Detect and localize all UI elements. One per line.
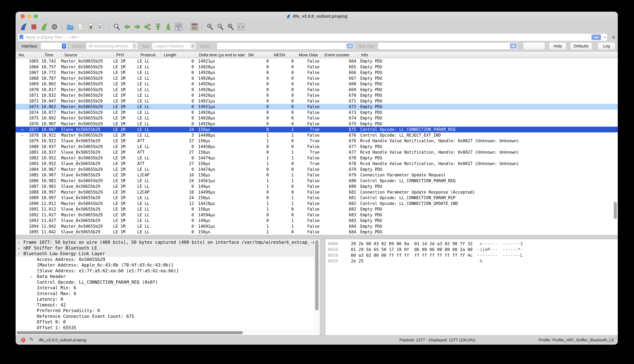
expander-collapsed-icon[interactable]: ▸ <box>18 245 20 251</box>
detail-vscrollbar[interactable] <box>314 239 320 335</box>
go-to-top-button[interactable] <box>154 22 162 31</box>
detail-hscrollbar-thumb[interactable] <box>16 331 243 334</box>
zoom-out-button[interactable] <box>216 22 225 31</box>
blank-button[interactable] <box>523 42 545 50</box>
interface-select[interactable]: ▲▼ <box>40 42 67 50</box>
expander-collapsed-icon[interactable]: ▸ <box>18 240 20 245</box>
tree-item[interactable]: ▸nRF Sniffer for Bluetooth LE <box>16 245 314 251</box>
apply-filter-button[interactable]: ➡ <box>592 34 601 40</box>
adv-hop-input[interactable]: ➡ <box>378 42 518 50</box>
restart-capture-button[interactable] <box>40 22 49 31</box>
pane-splitter-horizontal[interactable] <box>16 235 618 239</box>
tree-item[interactable]: Latency: 0 <box>16 296 314 302</box>
stop-capture-button[interactable] <box>29 22 38 31</box>
defaults-button[interactable]: Defaults <box>570 42 592 50</box>
pane-splitter-vertical[interactable] <box>320 239 326 335</box>
expander-collapsed-icon[interactable]: ▸ <box>30 274 32 280</box>
filter-dropdown-icon[interactable]: ▾ <box>604 35 606 39</box>
table-row[interactable]: 107310.862Master_0x50655b29LE 1MLE LL014… <box>16 104 618 110</box>
table-row[interactable]: 108510.967Slave_0x50655b29LE 1ML2CAP1615… <box>16 172 618 178</box>
close-window-button[interactable] <box>20 14 25 18</box>
column-header-delta-time-s-end-to-start-[interactable]: Delta time (µs end to start) <box>196 52 245 58</box>
table-row[interactable]: 109111.012Slave_0x50655b29LE 1MLE LL0150… <box>16 206 618 212</box>
start-capture-button[interactable] <box>19 22 28 31</box>
tree-item[interactable]: [Master Address: Apple_6c:43:0b (78:4f:4… <box>16 262 314 268</box>
table-row[interactable]: 107210.847Master_0x50655b29LE 1MLE LL014… <box>16 98 618 104</box>
key-select[interactable]: Legacy Passkey ▲▼ <box>152 42 196 50</box>
hex-row[interactable]: 00302e 25.% <box>328 258 618 264</box>
auto-scroll-toggle[interactable] <box>174 22 183 31</box>
table-row[interactable]: 107010.817Master_0x50655b29LE 1MLE LL014… <box>16 87 618 93</box>
minimize-window-button[interactable] <box>27 14 31 18</box>
go-back-button[interactable] <box>122 22 132 31</box>
value-apply-icon[interactable]: ➡ <box>346 43 353 49</box>
tree-item[interactable]: Interval Max: 6 <box>16 291 314 297</box>
column-header-sn[interactable]: SN <box>245 52 271 58</box>
log-button[interactable]: Log <box>598 42 615 50</box>
table-row[interactable]: 108710.982Slave_0x50655b29LE 1MLE LL0149… <box>16 184 618 189</box>
detail-vscrollbar-thumb[interactable] <box>315 240 318 310</box>
zoom-window-button[interactable] <box>34 14 38 18</box>
value-input[interactable]: ➡ <box>217 42 354 50</box>
expander-expanded-icon[interactable]: ▾ <box>18 251 20 257</box>
display-filter-input[interactable]: Apply a display filter ... <⌘/> ➡ ▾ <box>18 34 607 41</box>
table-row[interactable]: 107410.877Master_0x50655b29LE 1MLE LL014… <box>16 110 618 116</box>
tree-item[interactable]: Offset 0: 0 <box>16 319 314 325</box>
column-header-event-counter[interactable]: Event counter <box>321 52 358 58</box>
packet-list-header[interactable]: No.TimeSourcePHYProtocolLengthDelta time… <box>16 52 618 58</box>
zoom-reset-button[interactable] <box>226 22 235 31</box>
table-row[interactable]: 109211.027Master_0x50655b29LE 1MLE LL014… <box>16 212 618 218</box>
resize-columns-button[interactable] <box>236 22 246 31</box>
title-bar[interactable]: dfu_v2.6.0_subset.pcapng <box>16 12 618 21</box>
close-file-button[interactable] <box>86 22 95 31</box>
tree-item[interactable]: Control Opcode: LL_CONNECTION_PARAM_REQ … <box>16 280 314 285</box>
tree-item[interactable]: Preferred Periodicity: 0 <box>16 308 314 314</box>
help-button[interactable]: Help <box>549 42 566 50</box>
table-row[interactable]: 106810.787Master_0x50655b29LE 1MLE LL014… <box>16 76 618 81</box>
column-header-info[interactable]: Info <box>358 52 618 58</box>
table-row[interactable]: 108110.937Slave_0x50655b29LE 1MATT27150µ… <box>16 150 618 155</box>
filter-bookmark-icon[interactable] <box>20 35 23 40</box>
tree-item[interactable]: ▸Frame 1077: 50 bytes on wire (400 bits)… <box>16 240 314 245</box>
column-header-nesn[interactable]: NESN <box>271 52 296 58</box>
zoom-in-button[interactable] <box>206 22 215 31</box>
tree-item[interactable]: Access Address: 0x50655b29 <box>16 257 314 262</box>
go-to-packet-button[interactable] <box>143 22 152 31</box>
column-header-more-data[interactable]: More Data <box>296 52 321 58</box>
hex-row[interactable]: 000020 2b 00 03 02 09 06 0a 01 14 2d a3 … <box>328 241 618 246</box>
table-row[interactable]: 108810.997Master_0x50655b29LE 1ML2CAP101… <box>16 189 618 195</box>
tree-item[interactable]: Offset 1: 65535 <box>16 325 314 331</box>
table-row[interactable]: 107510.892Master_0x50655b29LE 1MLE LL014… <box>16 115 618 121</box>
capture-comment-icon[interactable]: ✎ <box>29 336 34 342</box>
column-header-phy[interactable]: PHY <box>113 52 137 58</box>
table-row[interactable]: 108210.952Master_0x50655b29LE 1MLE LL014… <box>16 155 618 161</box>
capture-options-button[interactable]: ⚙ <box>50 22 59 31</box>
column-header-length[interactable]: Length <box>161 52 196 58</box>
hex-row[interactable]: 001001 29 5b 65 50 17 18 0f 06 00 06 00 … <box>328 246 618 252</box>
status-profile[interactable]: Profile: Profile_nRF_Sniffer_Bluetooth_L… <box>539 338 614 342</box>
tree-item[interactable]: [Slave Address: e1:7f:a5:62:ea:b6 (e1:7f… <box>16 268 314 274</box>
add-filter-button[interactable]: + <box>612 34 616 40</box>
packet-list-scrollbar-thumb[interactable] <box>614 202 617 219</box>
table-row[interactable]: 108010.937Master_0x50655b29LE 1MLE LL014… <box>16 144 618 150</box>
table-row[interactable]: 108910.997Slave_0x50655b29LE 1MLE LL2415… <box>16 195 618 201</box>
table-row[interactable]: 107610.907Master_0x50655b29LE 1MLE LL014… <box>16 121 618 127</box>
table-row[interactable]: 109511.042Slave_0x50655b29LE 1MLE LL0150… <box>16 229 618 235</box>
adv-hop-apply-icon[interactable]: ➡ <box>510 43 517 49</box>
expert-info-icon[interactable] <box>21 338 26 342</box>
table-row[interactable]: 108610.982Master_0x50655b29LE 1MLE LL241… <box>16 178 618 184</box>
go-forward-button[interactable] <box>133 22 142 31</box>
tree-item[interactable]: ▾Bluetooth Low Energy Link Layer <box>16 251 314 257</box>
detail-hscrollbar[interactable] <box>16 330 320 335</box>
table-row[interactable]: 109411.042Master_0x50655b29LE 1MLE LL014… <box>16 224 618 229</box>
find-packet-button[interactable] <box>112 22 121 31</box>
table-row[interactable]: ←107810.922Master_0x50655b29LE 1MLE LL31… <box>16 132 618 138</box>
table-row[interactable]: 106910.802Master_0x50655b29LE 1MLE LL014… <box>16 81 618 87</box>
colorize-packets-toggle[interactable] <box>190 22 199 31</box>
table-row[interactable]: 109311.027Slave_0x50655b29LE 1MLE LL0149… <box>16 218 618 224</box>
reload-file-button[interactable] <box>96 22 106 31</box>
table-row[interactable]: →107710.907Slave_0x50655b29LE 1MLE LL241… <box>16 127 618 132</box>
save-file-button[interactable] <box>76 22 85 31</box>
go-to-bottom-button[interactable] <box>164 22 173 31</box>
table-row[interactable]: 108310.952Slave_0x50655b29LE 1MATT27150µ… <box>16 161 618 166</box>
